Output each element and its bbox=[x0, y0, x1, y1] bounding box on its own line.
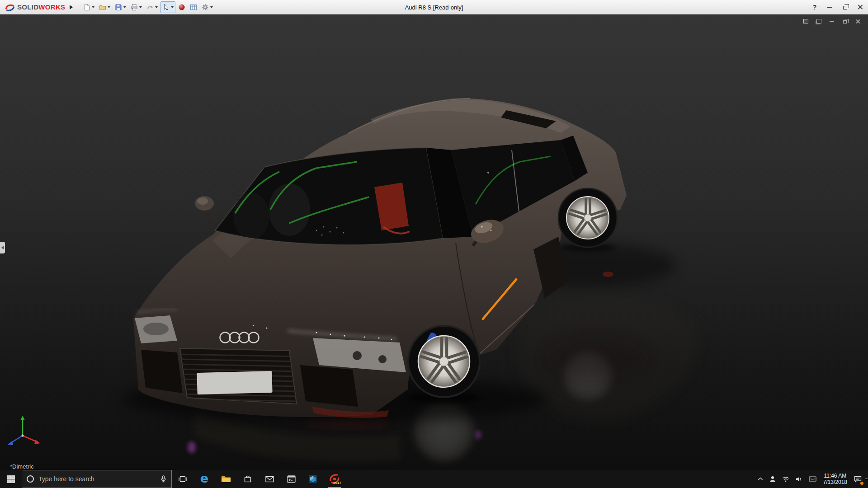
tray-volume-button[interactable] bbox=[793, 470, 806, 488]
taskbar-app-command-prompt[interactable] bbox=[280, 470, 302, 488]
document-title: Audi R8 S [Read-only] bbox=[405, 0, 463, 14]
taskbar-app-edge[interactable]: e bbox=[193, 470, 215, 488]
taskbar-app-edrawings[interactable] bbox=[302, 470, 324, 488]
undo-button[interactable] bbox=[145, 1, 160, 13]
tray-network-button[interactable] bbox=[779, 470, 793, 488]
speaker-icon bbox=[796, 476, 802, 482]
open-button[interactable] bbox=[97, 1, 112, 13]
microphone-icon[interactable] bbox=[160, 475, 167, 483]
options-icon bbox=[202, 4, 209, 11]
ds-logo-icon bbox=[5, 3, 15, 11]
store-icon bbox=[244, 475, 252, 483]
task-view-icon bbox=[179, 475, 187, 483]
quick-access-toolbar bbox=[81, 1, 215, 13]
mail-icon bbox=[265, 476, 274, 483]
save-icon bbox=[115, 4, 122, 11]
chevron-down-icon bbox=[171, 6, 174, 8]
undo-icon bbox=[146, 4, 154, 11]
windows-taskbar: Type here to search e 2017 bbox=[0, 470, 868, 488]
save-button[interactable] bbox=[113, 1, 128, 13]
windows-logo-icon bbox=[7, 475, 15, 483]
taskbar-clock[interactable]: 11:46 AM 7/13/2018 bbox=[820, 470, 851, 488]
notification-badge bbox=[860, 482, 863, 485]
left-arrow-icon bbox=[1, 246, 4, 249]
close-icon bbox=[856, 19, 861, 24]
right-arrow-icon bbox=[70, 5, 73, 9]
audi-r8-model-scene[interactable] bbox=[0, 14, 868, 470]
edge-icon: e bbox=[200, 472, 208, 484]
graphics-viewport[interactable]: *Dimetric bbox=[0, 14, 868, 470]
chevron-down-icon bbox=[92, 6, 94, 8]
chevron-down-icon bbox=[108, 6, 110, 8]
minimize-button[interactable] bbox=[822, 0, 837, 14]
chevron-down-icon bbox=[155, 6, 158, 8]
search-placeholder-text: Type here to search bbox=[38, 475, 156, 483]
front-wheel[interactable] bbox=[408, 326, 480, 397]
screen: SOLIDWORKS bbox=[0, 0, 868, 488]
minimize-icon bbox=[830, 21, 834, 22]
solidworks-logo: SOLIDWORKS bbox=[0, 3, 67, 11]
appearance-button[interactable] bbox=[176, 1, 187, 13]
help-button[interactable]: ? bbox=[807, 0, 822, 14]
view-orientation-label: *Dimetric bbox=[10, 463, 34, 470]
window-controls: ? bbox=[807, 0, 868, 14]
close-icon bbox=[858, 4, 863, 10]
minimize-icon bbox=[827, 7, 832, 8]
open-icon bbox=[99, 4, 106, 11]
logo-text: SOLIDWORKS bbox=[17, 3, 65, 11]
restore-icon bbox=[843, 20, 847, 23]
rear-wheel[interactable] bbox=[558, 188, 617, 247]
new-document-icon bbox=[83, 4, 90, 11]
restore-icon bbox=[843, 6, 847, 9]
app-titlebar: SOLIDWORKS bbox=[0, 0, 868, 14]
select-icon bbox=[162, 4, 170, 11]
close-button[interactable] bbox=[853, 0, 868, 14]
show-desktop-button[interactable] bbox=[865, 478, 868, 480]
clock-date: 7/13/2018 bbox=[823, 479, 847, 485]
action-center-button[interactable] bbox=[851, 470, 865, 488]
options-button[interactable] bbox=[200, 1, 215, 13]
doc-pane-button[interactable] bbox=[801, 17, 810, 25]
document-window-controls bbox=[801, 17, 863, 25]
appearance-icon bbox=[178, 4, 185, 11]
chevron-down-icon bbox=[139, 6, 142, 8]
new-document-button[interactable] bbox=[81, 1, 96, 13]
select-tool-button[interactable] bbox=[160, 1, 175, 13]
tray-show-hidden-icons[interactable] bbox=[755, 470, 766, 488]
task-view-button[interactable] bbox=[172, 470, 193, 488]
start-button[interactable] bbox=[0, 470, 22, 488]
print-button[interactable] bbox=[129, 1, 144, 13]
tray-keyboard-button[interactable] bbox=[806, 470, 820, 488]
doc-pane-back-button[interactable] bbox=[814, 17, 823, 25]
taskbar-app-mail[interactable] bbox=[259, 470, 280, 488]
license-plate[interactable] bbox=[197, 371, 272, 394]
command-prompt-icon bbox=[287, 475, 296, 483]
window-pane-icon bbox=[803, 19, 808, 23]
doc-minimize-button[interactable] bbox=[827, 17, 836, 25]
chevron-down-icon bbox=[210, 6, 213, 8]
doc-close-button[interactable] bbox=[854, 17, 863, 25]
chevron-down-icon bbox=[123, 6, 126, 8]
design-table-button[interactable] bbox=[188, 1, 199, 13]
file-explorer-icon bbox=[221, 475, 231, 483]
cortana-icon bbox=[27, 475, 34, 483]
action-center-icon bbox=[854, 476, 862, 483]
menu-flyout-arrow[interactable] bbox=[67, 2, 75, 13]
system-tray: 11:46 AM 7/13/2018 bbox=[755, 470, 868, 488]
taskbar-search-input[interactable]: Type here to search bbox=[22, 470, 172, 488]
left-side-mirror[interactable] bbox=[195, 196, 214, 227]
print-icon bbox=[131, 4, 138, 11]
solidworks-version-badge: 2017 bbox=[333, 481, 341, 485]
tray-people-button[interactable] bbox=[766, 470, 779, 488]
taskbar-app-file-explorer[interactable] bbox=[215, 470, 237, 488]
edrawings-icon bbox=[308, 474, 317, 483]
taskbar-app-store[interactable] bbox=[237, 470, 259, 488]
window-pane-back-icon bbox=[816, 19, 821, 23]
doc-restore-button[interactable] bbox=[840, 17, 849, 25]
wifi-icon bbox=[782, 476, 789, 482]
collapsed-panel-tab[interactable] bbox=[0, 242, 5, 253]
taskbar-app-solidworks[interactable]: 2017 bbox=[324, 470, 345, 488]
chevron-up-icon bbox=[758, 477, 763, 481]
windshield[interactable] bbox=[215, 145, 446, 254]
restore-button[interactable] bbox=[837, 0, 853, 14]
